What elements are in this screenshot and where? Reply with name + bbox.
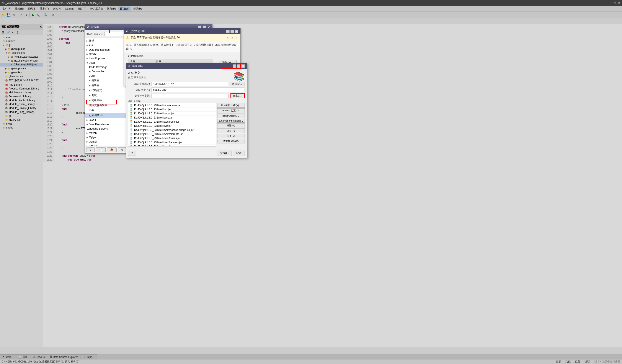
- edit-minimize-btn[interactable]: ─: [233, 64, 236, 68]
- lib-item[interactable]: 🫙 D:\JDK\jdk1.8.0_231\jre\lib\ext\access…: [128, 128, 216, 132]
- prefs-title-icon: ⚙: [87, 26, 90, 29]
- edit-jre-dialog-title-bar: ⚙ 编辑 JRE ─ □ ✕: [126, 63, 247, 69]
- prefs-item-label: Java: [89, 61, 95, 64]
- prefs-item-langservers[interactable]: Language Servers: [85, 127, 132, 131]
- prefs-item-debug[interactable]: ▶ 调试: [85, 93, 132, 98]
- form-input-vmargs[interactable]: [152, 94, 229, 98]
- nav-fwd-icon[interactable]: ▷: [231, 36, 233, 40]
- libs-add-jar-btn[interactable]: 添加外部 JAR(X)...: [217, 103, 245, 108]
- arrow-icon: ▶: [89, 85, 91, 87]
- prefs-item-label: 调试: [92, 94, 97, 97]
- lib-path: D:\JDK\jdk1.8.0_231\jre\lib\jfr.jar: [134, 124, 171, 127]
- prefs-help-btn[interactable]: ?: [86, 147, 95, 152]
- jre-warn-menu-icon[interactable]: ⋮: [235, 36, 238, 39]
- lib-path: D:\JDK\jdk1.8.0_231\jre\lib\rt.jar: [134, 108, 171, 111]
- prefs-item-javaee[interactable]: ▶ Java EE: [85, 118, 132, 122]
- jar-icon: 🫙: [130, 116, 133, 119]
- arrow-icon: ▶: [89, 79, 91, 82]
- edit-footer-buttons: 完成(F) 取消: [217, 151, 245, 156]
- jar-icon: 🫙: [130, 141, 133, 144]
- edit-section-title: JRE 定义: [128, 71, 146, 75]
- form-row-vmargs: 缺省 VM 参数: 变量(I)...: [128, 93, 245, 98]
- arrow-icon: ▶: [86, 132, 88, 134]
- edit-jre-footer: ? 完成(F) 取消: [126, 149, 247, 158]
- prefs-item-javapersistence[interactable]: ▶ Java Persistence: [85, 122, 132, 127]
- edit-cancel-btn[interactable]: 取消: [233, 151, 245, 156]
- arrow-icon: ▶: [86, 145, 88, 146]
- lib-item[interactable]: 🫙 D:\JDK\jdk1.8.0_231\jre\lib\ext\jacces…: [128, 140, 216, 145]
- prefs-export-btn[interactable]: ⚙: [118, 147, 127, 152]
- jre-description: 添加、除去或编辑 JRE 定义。缺省情况下，将把选择的 JRE 添加到新创建的 …: [124, 41, 240, 53]
- jar-icon: 🫙: [130, 128, 133, 131]
- prefs-import-btn[interactable]: 📥: [107, 147, 117, 152]
- prefs-item-label: 已安装的 JRE: [89, 113, 105, 117]
- lib-item[interactable]: 🫙 D:\JDK\jdk1.8.0_231\jre\lib\resources.…: [128, 103, 216, 108]
- prefs-item-server[interactable]: ▶ Server: [85, 144, 132, 146]
- edit-jre-body: JRE 定义 指定 JRE 的属性 📚 JRE 主目录(J): 目录(O)...…: [126, 69, 247, 149]
- edit-help-btn[interactable]: ?: [128, 151, 136, 156]
- edit-section-sub: 指定 JRE 的属性: [128, 76, 146, 79]
- jre-maximize-btn[interactable]: □: [231, 30, 234, 33]
- libs-restore-btn[interactable]: 恢复缺省值(R): [217, 139, 245, 144]
- libs-remove-btn[interactable]: 移除(M): [217, 123, 245, 128]
- edit-jre-title-text: 编辑 JRE: [132, 64, 143, 68]
- jre-dialog-title-bar: ⚙ 已安装的 JRE ─ □ ✕: [124, 28, 240, 34]
- edit-finish-btn[interactable]: 完成(F): [217, 151, 232, 156]
- jar-icon: 🫙: [130, 108, 133, 111]
- form-label-name: JRE 名称(N):: [128, 88, 150, 91]
- form-btn-vmargs[interactable]: 变量(I)...: [231, 93, 245, 98]
- libs-up-btn[interactable]: 上移(P): [217, 128, 245, 133]
- lib-path: D:\JDK\jdk1.8.0_231\jre\lib\ext\jfxrt.ja…: [134, 145, 178, 146]
- arrow-icon: ▶: [86, 57, 88, 60]
- edit-jre-dialog: ⚙ 编辑 JRE ─ □ ✕ JRE 定义 指定 JRE 的属性 📚 JRE 主…: [126, 63, 247, 158]
- arrow-icon: ▶: [86, 136, 88, 138]
- libs-source-btn[interactable]: 源代码附件(A)...: [217, 113, 245, 118]
- arrow-icon: ▶: [86, 44, 88, 47]
- prefs-item-label: Language Servers: [86, 127, 108, 130]
- form-input-homedir[interactable]: [152, 82, 228, 86]
- arrow-icon: ▼: [86, 62, 88, 64]
- edit-maximize-btn[interactable]: □: [237, 64, 240, 68]
- edit-close-btn[interactable]: ✕: [241, 64, 245, 68]
- prefs-item-label: Install/Update: [89, 57, 105, 60]
- prefs-item-mylyn[interactable]: ▶ Mylyn: [85, 135, 132, 140]
- libs-row: 🫙 D:\JDK\jdk1.8.0_231\jre\lib\resources.…: [128, 103, 245, 146]
- form-input-name[interactable]: [152, 88, 245, 92]
- prefs-item-label: 属性文件编辑器: [89, 104, 107, 107]
- prefs-item-oomph[interactable]: ▶ Oomph: [85, 140, 132, 144]
- libs-down-btn[interactable]: 向下(D): [217, 134, 245, 138]
- prefs-item-label: Ant: [89, 44, 93, 47]
- prefs-item-maven[interactable]: ▶ Maven: [85, 131, 132, 135]
- prefs-item-propeditor[interactable]: 属性文件编辑器: [85, 103, 132, 108]
- prefs-item-codestyle[interactable]: ▶ 代码样式: [85, 88, 132, 93]
- jre-minimize-btn[interactable]: ─: [226, 30, 230, 33]
- libs-javadoc-btn[interactable]: Javadoc 位置(L)...: [217, 108, 245, 113]
- prefs-item-buildpath[interactable]: ▶ 构建路径: [85, 98, 132, 103]
- arrow-icon: ▶: [89, 99, 91, 102]
- form-btn-homedir[interactable]: 目录(O)...: [230, 82, 245, 86]
- lib-item[interactable]: 🫙 D:\JDK\jdk1.8.0_231\jre\lib\jfr.jar: [128, 124, 216, 128]
- edit-jre-icon: ⚙: [128, 65, 131, 68]
- arrow-icon: ▶: [89, 71, 91, 73]
- jre-close-btn[interactable]: ✕: [235, 30, 238, 33]
- prefs-item-label: 常规: [89, 39, 94, 43]
- prefs-item-appearance[interactable]: 外观: [85, 108, 132, 113]
- lib-path: D:\JDK\jdk1.8.0_231\jre\lib\resources.ja…: [134, 104, 181, 107]
- lib-item[interactable]: 🫙 D:\JDK\jdk1.8.0_231\jre\lib\jce.jar: [128, 116, 216, 120]
- libs-ext-annot-btn[interactable]: External annotations...: [217, 119, 245, 123]
- nav-back-icon[interactable]: ◁: [227, 36, 229, 40]
- prefs-item-label: 编译器: [92, 84, 99, 87]
- jre-warning-text: 所选 JRE 不支持当前编译器一致性级别 16: [131, 36, 180, 39]
- prefs-item-label: 外观: [89, 109, 94, 112]
- jre-dialog-title-text: 已安装的 JRE: [130, 29, 146, 33]
- lib-item[interactable]: 🫙 D:\JDK\jdk1.8.0_231\jre\lib\charsets.j…: [128, 120, 216, 124]
- lib-item[interactable]: 🫙 D:\JDK\jdk1.8.0_231\jre\lib\ext\dnsns.…: [128, 136, 216, 140]
- prefs-item-label: 代码样式: [92, 89, 102, 92]
- prefs-item-installed-jre[interactable]: 已安装的 JRE: [85, 113, 132, 118]
- lib-item[interactable]: 🫙 D:\JDK\jdk1.8.0_231\jre\lib\jsse.jar: [128, 111, 216, 116]
- lib-item[interactable]: 🫙 D:\JDK\jdk1.8.0_231\jre\lib\ext\cldrda…: [128, 132, 216, 136]
- lib-item[interactable]: 🫙 D:\JDK\jdk1.8.0_231\jre\lib\rt.jar: [128, 108, 216, 111]
- prefs-restore-btn[interactable]: 📄: [96, 147, 106, 152]
- arrow-icon: ▶: [86, 53, 88, 55]
- lib-item[interactable]: 🫙 D:\JDK\jdk1.8.0_231\jre\lib\ext\jfxrt.…: [128, 145, 216, 146]
